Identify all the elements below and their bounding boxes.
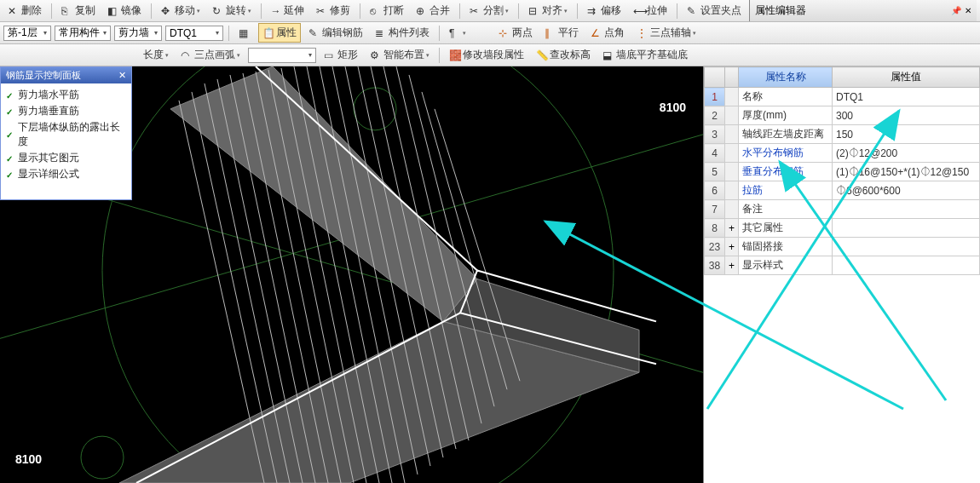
- dtq-dropdown[interactable]: DTQ1▾: [165, 26, 223, 41]
- btn-copy[interactable]: ⎘复制: [57, 1, 100, 20]
- prop-name-cell[interactable]: 水平分布钢筋: [739, 144, 833, 163]
- prop-name-cell[interactable]: 垂直分布钢筋: [739, 163, 833, 181]
- btn-split[interactable]: ✂分割▾: [465, 1, 513, 20]
- prop-row[interactable]: 2厚度(mm)300: [705, 106, 980, 125]
- wall-icon: 🧱: [449, 49, 461, 61]
- btn-move[interactable]: ✥移动▾: [157, 1, 205, 20]
- btn-smart-layout[interactable]: ⚙智能布置▾: [366, 45, 434, 65]
- merge-icon: ⊕: [416, 5, 428, 17]
- separator: [677, 3, 677, 19]
- expand-toggle: [725, 144, 739, 163]
- btn-three-point[interactable]: ⋮三点辅轴▾: [632, 23, 700, 43]
- prop-value-cell[interactable]: [833, 238, 980, 256]
- check-other[interactable]: ✓显示其它图元: [6, 150, 126, 166]
- btn-rotate[interactable]: ↻旋转▾: [208, 1, 256, 20]
- btn-align[interactable]: ⊟对齐▾: [524, 1, 572, 20]
- prop-value-cell[interactable]: DTQ1: [833, 88, 980, 106]
- prop-value-cell[interactable]: 150: [833, 125, 980, 144]
- check-lower[interactable]: ✓下层墙体纵筋的露出长度: [6, 119, 126, 150]
- row-number: 8: [705, 219, 725, 238]
- prop-row[interactable]: 7备注: [705, 200, 980, 219]
- prop-value-cell[interactable]: [833, 200, 980, 219]
- trim-icon: ✂: [316, 5, 328, 17]
- btn-break[interactable]: ⎋打断: [366, 1, 408, 20]
- btn-two-point[interactable]: ⊹两点: [494, 23, 537, 43]
- btn-wall-bottom[interactable]: ⬓墙底平齐基础底: [598, 45, 692, 65]
- wall-dropdown[interactable]: 剪力墙▾: [114, 26, 162, 41]
- check-icon: ✓: [6, 91, 14, 100]
- close-icon[interactable]: ✕: [963, 6, 973, 16]
- btn-grip[interactable]: ✎设置夹点: [683, 1, 746, 20]
- btn-edit-rebar[interactable]: ✎编辑钢筋: [304, 23, 367, 43]
- btn-mirror[interactable]: ◧镜像: [103, 1, 146, 20]
- btn-extend[interactable]: →延伸: [266, 1, 308, 20]
- panel-close-icon[interactable]: ✕: [118, 70, 126, 81]
- prop-name-cell[interactable]: 锚固搭接: [739, 238, 833, 256]
- btn-point-angle[interactable]: ∠点角: [586, 23, 629, 43]
- prop-row[interactable]: 1名称DTQ1: [705, 88, 980, 106]
- check-formula[interactable]: ✓显示详细公式: [6, 166, 126, 182]
- prop-row[interactable]: 4水平分布钢筋(2)⏀12@200: [705, 144, 980, 163]
- separator: [360, 3, 360, 19]
- expand-toggle: [725, 125, 739, 144]
- btn-offset[interactable]: ⇉偏移: [583, 1, 625, 20]
- offset-icon: ⇉: [587, 5, 599, 17]
- viewport-label-top: 8100: [660, 101, 686, 114]
- btn-parallel[interactable]: ∥平行: [540, 23, 583, 43]
- layer-dropdown[interactable]: 第-1层▾: [3, 26, 51, 41]
- col-value[interactable]: 属性值: [833, 67, 980, 88]
- btn-merge[interactable]: ⊕合并: [412, 1, 454, 20]
- property-table: 属性名称 属性值 1名称DTQ12厚度(mm)3003轴线距左墙皮距离1504水…: [704, 66, 980, 275]
- split-icon: ✂: [470, 5, 481, 17]
- prop-row[interactable]: 38+显示样式: [705, 256, 980, 275]
- prop-value-cell[interactable]: ⏀6@600*600: [833, 181, 980, 200]
- expand-toggle[interactable]: +: [725, 238, 739, 256]
- expand-toggle[interactable]: +: [725, 256, 739, 275]
- prop-row[interactable]: 8+其它属性: [705, 219, 980, 238]
- prop-row[interactable]: 23+锚固搭接: [705, 238, 980, 256]
- btn-stretch[interactable]: ⟷拉伸: [629, 1, 672, 20]
- prop-name-cell[interactable]: 显示样式: [739, 256, 833, 275]
- grip-icon: ✎: [687, 5, 699, 17]
- prop-name-cell[interactable]: 厚度(mm): [739, 106, 833, 125]
- prop-row[interactable]: 3轴线距左墙皮距离150: [705, 125, 980, 144]
- viewport-3d[interactable]: 钢筋显示控制面板 ✕ ✓剪力墙水平筋 ✓剪力墙垂直筋 ✓下层墙体纵筋的露出长度 …: [0, 66, 703, 483]
- row-number: 23: [705, 238, 725, 256]
- prop-value-cell[interactable]: 300: [833, 106, 980, 125]
- prop-name-cell[interactable]: 轴线距左墙皮距离: [739, 125, 833, 144]
- expand-toggle: [725, 106, 739, 125]
- row-number: 38: [705, 256, 725, 275]
- prop-row[interactable]: 6拉筋⏀6@600*600: [705, 181, 980, 200]
- check-vert[interactable]: ✓剪力墙垂直筋: [6, 103, 126, 119]
- btn-property[interactable]: 📋属性: [258, 23, 301, 43]
- arc-mode-dropdown[interactable]: ▾: [248, 48, 316, 63]
- col-name[interactable]: 属性名称: [739, 67, 833, 88]
- btn-length[interactable]: 长度▾: [139, 45, 173, 65]
- btn-three-arc[interactable]: ◠三点画弧▾: [176, 45, 245, 65]
- btn-check-elev[interactable]: 📏查改标高: [532, 45, 595, 65]
- prop-value-cell[interactable]: [833, 219, 980, 238]
- btn-trim[interactable]: ✂修剪: [312, 1, 355, 20]
- expand-toggle: [725, 200, 739, 219]
- btn-modify-wall[interactable]: 🧱修改墙段属性: [445, 45, 528, 65]
- prop-name-cell[interactable]: 备注: [739, 200, 833, 219]
- btn-rect[interactable]: ▭矩形: [320, 45, 362, 65]
- prop-value-cell[interactable]: (1)⏀16@150+*(1)⏀12@150: [833, 163, 980, 181]
- btn-component-list[interactable]: ≣构件列表: [371, 23, 434, 43]
- prop-value-cell[interactable]: (2)⏀12@200: [833, 144, 980, 163]
- btn-delete[interactable]: ✕删除: [3, 1, 46, 20]
- expand-toggle[interactable]: +: [725, 219, 739, 238]
- btn-tool-a[interactable]: ▦: [234, 25, 255, 42]
- btn-tool-b[interactable]: ¶▾: [445, 25, 470, 42]
- three-point-icon: ⋮: [637, 27, 649, 39]
- viewport-label-bottom: 8100: [15, 452, 42, 466]
- pin-icon[interactable]: 📌: [951, 6, 961, 16]
- prop-name-cell[interactable]: 拉筋: [739, 181, 833, 200]
- prop-value-cell[interactable]: [833, 256, 980, 275]
- prop-name-cell[interactable]: 其它属性: [739, 219, 833, 238]
- svg-point-3: [81, 436, 124, 479]
- prop-name-cell[interactable]: 名称: [739, 88, 833, 106]
- component-dropdown[interactable]: 常用构件▾: [55, 26, 111, 41]
- check-horiz[interactable]: ✓剪力墙水平筋: [6, 87, 126, 103]
- prop-row[interactable]: 5垂直分布钢筋(1)⏀16@150+*(1)⏀12@150: [705, 163, 980, 181]
